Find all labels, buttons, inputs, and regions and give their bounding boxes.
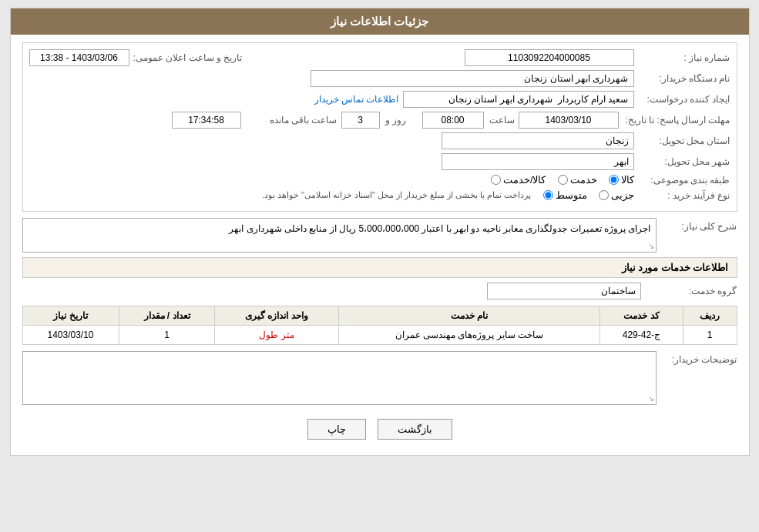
cell-quantity: 1 (119, 326, 215, 345)
buyer-label: نام دستگاه خریدار: (638, 73, 730, 84)
general-desc-text: اجرای پروژه تعمیرات جدولگذاری معابر ناحی… (229, 223, 650, 234)
reply-date-input[interactable] (519, 112, 619, 129)
reply-deadline-label: مهلت ارسال پاسخ: تا تاریخ: (623, 115, 730, 125)
category-kala-khedmat-radio[interactable] (491, 175, 501, 185)
services-table: ردیف کد خدمت نام خدمت واحد اندازه گیری ت… (22, 306, 737, 345)
reply-time-label: ساعت (488, 115, 515, 125)
category-label: طبقه بندی موضوعی: (638, 175, 730, 186)
back-button[interactable]: بازگشت (378, 419, 452, 440)
col-quantity: تعداد / مقدار (119, 306, 215, 326)
city-input[interactable] (442, 153, 634, 170)
buyer-input[interactable] (311, 70, 634, 87)
service-group-input[interactable] (487, 283, 641, 299)
general-desc-label: شرح کلی نیاز: (660, 218, 737, 232)
table-row: 1 ج-42-429 ساخت سایر پروژه‌های مهندسی عم… (22, 326, 737, 345)
service-group-label: گروه خدمت: (645, 286, 737, 296)
category-khedmat-radio[interactable] (558, 175, 568, 185)
remaining-days-input[interactable] (341, 112, 380, 129)
category-kala-khedmat-item[interactable]: کالا/خدمت (491, 174, 546, 186)
category-kala-item[interactable]: کالا (609, 174, 634, 186)
category-khedmat-item[interactable]: خدمت (558, 174, 597, 186)
category-radio-group: کالا خدمت کالا/خدمت (491, 174, 634, 186)
contact-link[interactable]: اطلاعات تماس خریدار (314, 94, 399, 105)
process-radio-group: جزیی متوسط (543, 189, 634, 201)
announce-date-label: تاریخ و ساعت اعلان عمومی: (133, 52, 243, 63)
remaining-time-input[interactable] (172, 112, 241, 129)
need-number-input[interactable] (465, 49, 634, 66)
category-kala-label: کالا (621, 174, 634, 186)
cell-service-name: ساخت سایر پروژه‌های مهندسی عمران (338, 326, 600, 345)
cell-row-num: 1 (683, 326, 737, 345)
process-description: پرداخت تمام یا بخشی از مبلغ خریدار از مح… (262, 190, 532, 200)
category-kala-khedmat-label: کالا/خدمت (503, 174, 546, 186)
creator-input[interactable] (403, 91, 634, 108)
announce-date-input[interactable] (29, 49, 129, 66)
resize-icon: ↘ (648, 242, 654, 250)
process-motavaset-radio[interactable] (543, 190, 553, 200)
services-section-title: اطلاعات خدمات مورد نیاز (22, 257, 737, 278)
creator-label: ایجاد کننده درخواست: (638, 94, 730, 105)
process-motavaset-item[interactable]: متوسط (543, 189, 587, 201)
need-number-label: شماره نیاز : (638, 52, 730, 63)
remaining-time-label: ساعت باقی مانده (245, 115, 338, 125)
remaining-days-label: روز و (384, 115, 407, 125)
province-label: استان محل تحویل: (638, 136, 730, 146)
col-service-name: نام خدمت (338, 306, 600, 326)
col-service-code: کد خدمت (600, 306, 683, 326)
category-kala-radio[interactable] (609, 175, 619, 185)
reply-time-input[interactable] (422, 112, 484, 129)
col-row-num: ردیف (683, 306, 737, 326)
cell-date: 1403/03/10 (22, 326, 119, 345)
category-khedmat-label: خدمت (570, 174, 597, 186)
cell-service-code: ج-42-429 (600, 326, 683, 345)
page-header: جزئیات اطلاعات نیاز (11, 8, 749, 35)
buttons-row: بازگشت چاپ (22, 411, 737, 447)
col-unit: واحد اندازه گیری (215, 306, 338, 326)
print-button[interactable]: چاپ (307, 419, 366, 440)
page-title: جزئیات اطلاعات نیاز (331, 15, 428, 28)
buyer-notes-area[interactable]: ↘ (22, 351, 657, 405)
process-jozi-label: جزیی (611, 189, 634, 201)
process-jozi-radio[interactable] (599, 190, 609, 200)
city-label: شهر محل تحویل: (638, 156, 730, 167)
buyer-notes-label: توضیحات خریدار: (660, 351, 737, 365)
process-motavaset-label: متوسط (556, 189, 587, 201)
process-label: نوع فرآیند خرید : (638, 190, 730, 201)
col-date: تاریخ نیاز (22, 306, 119, 326)
cell-unit: متر طول (215, 326, 338, 345)
province-input[interactable] (442, 132, 634, 149)
process-jozi-item[interactable]: جزیی (599, 189, 634, 201)
resize-icon: ↘ (648, 394, 654, 403)
